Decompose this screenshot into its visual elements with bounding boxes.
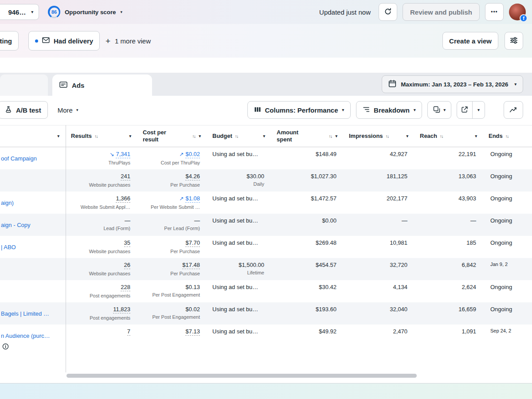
top-bar: 946… ▾ 86 Opportunity score ▾ Updated ju… bbox=[0, 0, 532, 24]
campaign-name-link[interactable]: Bagels | Limited … bbox=[1, 310, 49, 317]
table-row[interactable]: aign) 1,366 Website Submit Appl… ↗$1.08 … bbox=[0, 192, 532, 214]
account-selector[interactable]: 946… ▾ bbox=[0, 4, 39, 20]
col-header-name[interactable]: ▾ bbox=[0, 125, 66, 147]
reach-value: 1,091 bbox=[462, 328, 476, 335]
reach-value: 43,903 bbox=[458, 195, 476, 202]
export-options-button[interactable]: ▾ bbox=[472, 102, 485, 118]
sort-icon: ↑↓ bbox=[329, 134, 332, 139]
impressions-value: 32,720 bbox=[390, 262, 407, 268]
tab-partial-left[interactable] bbox=[0, 74, 48, 96]
info-icon[interactable] bbox=[2, 343, 9, 350]
cost-per-result-cell: $4.26 Per Purchase bbox=[137, 169, 207, 192]
ends-cell: Sep 24, 2 bbox=[483, 325, 532, 347]
table-row[interactable]: 241 Website purchases $4.26 Per Purchase… bbox=[0, 169, 532, 192]
impressions-value: 10,981 bbox=[390, 239, 407, 246]
amount-spent-cell: $49.92 bbox=[271, 325, 344, 347]
amount-spent-value: $193.60 bbox=[316, 306, 336, 313]
date-range-selector[interactable]: Maximum: Jan 13, 2023 – Feb 13, 2026 ▾ bbox=[382, 75, 523, 93]
columns-selector[interactable]: Columns: Performance ▾ bbox=[247, 101, 351, 119]
reach-cell: — bbox=[415, 214, 483, 236]
table-header: ▾ Results ↑↓ ▾ Cost per result ↑↓ ▾ Budg… bbox=[0, 125, 532, 147]
reports-button[interactable]: ▾ bbox=[427, 101, 451, 119]
trend-icon[interactable]: ↗ bbox=[179, 151, 184, 157]
view-tab-had-delivery[interactable]: Had delivery bbox=[28, 31, 100, 51]
col-header-cost-per-result[interactable]: Cost per result ↑↓ ▾ bbox=[137, 125, 207, 147]
more-menu-button[interactable]: More ▾ bbox=[58, 101, 78, 119]
campaign-name-link[interactable]: aign - Copy bbox=[1, 222, 30, 228]
table-row[interactable]: Bagels | Limited … 11,823 Post engagemen… bbox=[0, 302, 532, 325]
col-header-ends[interactable]: Ends ↑↓ bbox=[483, 125, 532, 147]
facebook-badge-icon: f bbox=[520, 14, 528, 22]
budget-cell: Using ad set bu… bbox=[207, 302, 271, 325]
frozen-column-divider bbox=[66, 125, 66, 372]
col-label: Cost per result bbox=[143, 129, 172, 144]
chevron-down-icon: ▾ bbox=[335, 134, 337, 138]
col-header-reach[interactable]: Reach ↑↓ ▾ bbox=[415, 125, 483, 147]
results-value: 35 bbox=[124, 239, 130, 247]
more-view-label: 1 more view bbox=[115, 37, 151, 45]
impressions-cell: 32,040 bbox=[344, 302, 415, 325]
trend-icon[interactable]: ↗ bbox=[179, 196, 184, 202]
ab-test-label: A/B test bbox=[16, 106, 41, 114]
breakdown-selector[interactable]: Breakdown ▾ bbox=[356, 101, 422, 119]
refresh-button[interactable] bbox=[379, 3, 397, 21]
chevron-down-icon: ▾ bbox=[57, 134, 59, 138]
avatar[interactable]: f bbox=[509, 4, 526, 20]
trend-icon[interactable]: ↘ bbox=[110, 151, 114, 157]
impressions-value: — bbox=[402, 217, 407, 224]
export-button[interactable] bbox=[457, 102, 472, 118]
tab-ads[interactable]: Ads bbox=[52, 74, 152, 96]
cost-sublabel: Per Purchase bbox=[170, 182, 200, 188]
table-row[interactable]: | ABO 35 Website purchases $7.70 Per Pur… bbox=[0, 236, 532, 258]
col-header-results[interactable]: Results ↑↓ ▾ bbox=[66, 125, 137, 147]
had-delivery-label: Had delivery bbox=[54, 37, 93, 45]
amount-spent-cell: $269.48 bbox=[271, 236, 344, 258]
review-and-publish-button[interactable]: Review and publish bbox=[403, 3, 480, 21]
horizontal-scrollbar-thumb[interactable] bbox=[66, 374, 417, 378]
results-sublabel: Website purchases bbox=[89, 271, 130, 276]
cost-per-result-cell: ↗$0.02 Cost per ThruPlay bbox=[137, 147, 207, 169]
results-value: 7 bbox=[127, 328, 130, 336]
create-a-view-button[interactable]: Create a view bbox=[442, 32, 498, 50]
impressions-cell: — bbox=[344, 214, 415, 236]
campaign-name-link[interactable]: oof Campaign bbox=[1, 155, 37, 162]
table-row[interactable]: 26 Website purchases $17.48 Per Purchase… bbox=[0, 258, 532, 280]
bottom-strip bbox=[0, 383, 532, 399]
more-options-button[interactable]: ••• bbox=[485, 3, 504, 21]
results-sublabel: Post engagements bbox=[90, 293, 130, 298]
campaign-name-link[interactable]: aign) bbox=[1, 200, 14, 206]
table-row[interactable]: n Audience (purc… 7 $7.13 Using ad set b… bbox=[0, 325, 532, 347]
ab-test-button[interactable]: A/B test bbox=[0, 101, 48, 119]
campaign-name-link[interactable]: n Audience (purc… bbox=[1, 332, 50, 339]
table-row[interactable]: oof Campaign ↘7,341 ThruPlays ↗$0.02 Cos… bbox=[0, 147, 532, 169]
updated-status: Updated just now bbox=[319, 8, 371, 16]
table-row[interactable]: 228 Post engagements $0.13 Per Post Enga… bbox=[0, 280, 532, 302]
view-tab-partial[interactable]: orting bbox=[0, 31, 19, 51]
campaign-name-cell bbox=[0, 169, 66, 192]
col-header-budget[interactable]: Budget ↑↓ ▾ bbox=[207, 125, 271, 147]
col-label: Ends bbox=[489, 133, 503, 140]
charts-button[interactable] bbox=[504, 101, 523, 119]
filters-bar[interactable] bbox=[0, 58, 532, 73]
campaign-name-link[interactable]: | ABO bbox=[1, 244, 16, 250]
sort-icon: ↑↓ bbox=[386, 134, 389, 139]
results-cell: 1,366 Website Submit Appl… bbox=[66, 192, 137, 214]
breakdown-label: Breakdown bbox=[374, 106, 410, 114]
results-sublabel: Post engagements bbox=[90, 315, 130, 321]
col-header-impressions[interactable]: Impressions ↑↓ ▾ bbox=[344, 125, 415, 147]
chevron-down-icon: ▾ bbox=[76, 108, 78, 112]
col-header-amount-spent[interactable]: Amount spent ↑↓ ▾ bbox=[271, 125, 344, 147]
impressions-cell: 10,981 bbox=[344, 236, 415, 258]
opportunity-score[interactable]: 86 Opportunity score ▾ bbox=[48, 6, 122, 18]
unread-dot-icon bbox=[35, 39, 38, 43]
table-row[interactable]: aign - Copy — Lead (Form) — Per Lead (Fo… bbox=[0, 214, 532, 236]
amount-spent-value: $1,027.30 bbox=[311, 173, 336, 180]
chevron-down-icon: ▾ bbox=[263, 134, 265, 138]
amount-spent-value: $148.49 bbox=[316, 151, 336, 157]
view-settings-button[interactable] bbox=[505, 32, 523, 50]
budget-value: Using ad set bu… bbox=[212, 151, 258, 157]
budget-cell: Using ad set bu… bbox=[207, 325, 271, 347]
ends-cell: Ongoing bbox=[483, 147, 532, 169]
cost-per-result-cell: $17.48 Per Purchase bbox=[137, 258, 207, 280]
more-view-button[interactable]: + 1 more view bbox=[106, 31, 151, 51]
